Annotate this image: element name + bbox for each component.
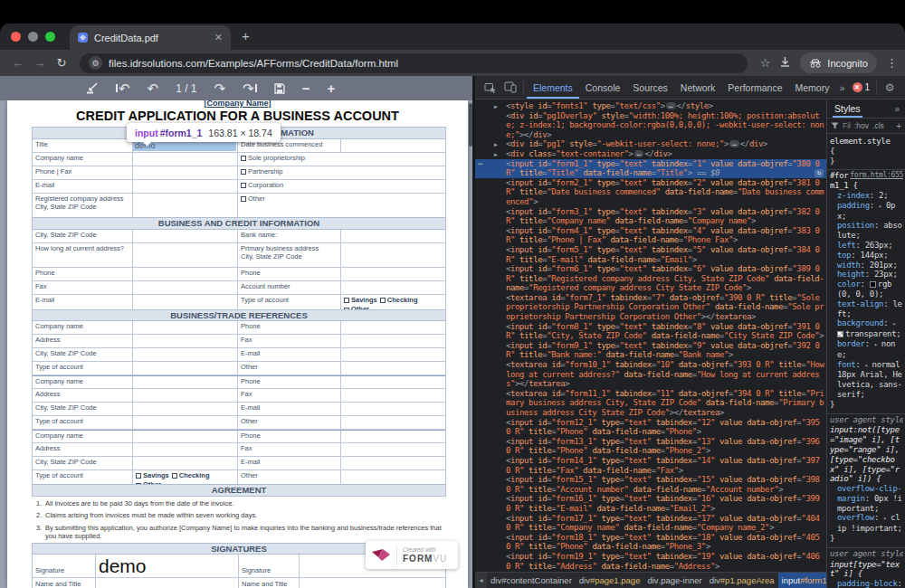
dom-tree-node[interactable]: <input id="form4_1" type="text" tabindex… bbox=[475, 226, 826, 245]
checkbox-icon[interactable] bbox=[241, 169, 246, 175]
collapsed-children-icon[interactable]: … bbox=[729, 140, 739, 147]
expand-arrow-icon[interactable]: ▸ bbox=[892, 320, 896, 327]
field-input[interactable] bbox=[133, 376, 238, 388]
zoom-in-icon[interactable]: + bbox=[327, 81, 335, 95]
css-property[interactable]: width: 201px; bbox=[830, 261, 903, 270]
field-input[interactable] bbox=[133, 166, 238, 179]
devtools-tab-performance[interactable]: Performance bbox=[721, 76, 788, 99]
site-settings-icon[interactable]: ⚙ bbox=[89, 56, 102, 70]
field-input[interactable] bbox=[133, 194, 238, 217]
field-input[interactable] bbox=[133, 362, 238, 375]
css-property[interactable]: padding-block: ▸ 1px; bbox=[830, 579, 903, 588]
tab-close-icon[interactable]: ✕ bbox=[214, 32, 223, 43]
field-input[interactable] bbox=[133, 281, 238, 294]
field-input[interactable] bbox=[341, 281, 445, 294]
field-input[interactable] bbox=[133, 431, 238, 442]
checkbox-option[interactable]: Checking bbox=[380, 297, 418, 305]
dom-tree-node[interactable]: ▶<div id="pg1" style="-webkit-user-selec… bbox=[475, 139, 826, 149]
dom-tree-node[interactable]: <input id="form19_1" type="text" tabinde… bbox=[475, 552, 826, 571]
devtools-menu-icon[interactable]: ⋮ bbox=[900, 76, 905, 99]
first-page-icon[interactable]: ↶ bbox=[116, 81, 130, 97]
dom-tree-node[interactable]: <input id="form20_1" type="text" tabinde… bbox=[475, 571, 826, 572]
field-input[interactable] bbox=[341, 389, 445, 402]
field-input[interactable] bbox=[341, 321, 445, 334]
forward-icon[interactable]: → bbox=[29, 56, 51, 70]
field-input[interactable] bbox=[341, 457, 445, 469]
next-page-icon[interactable]: ↷ bbox=[214, 81, 226, 95]
field-input[interactable] bbox=[133, 443, 238, 456]
address-bar[interactable]: ⚙ files.idrsolutions.com/Examples/AFForm… bbox=[80, 53, 748, 73]
device-toolbar-icon[interactable] bbox=[500, 76, 520, 99]
signature-input[interactable]: demo bbox=[96, 555, 239, 577]
css-property[interactable]: border: ▸ none; bbox=[830, 339, 903, 360]
breadcrumb-item[interactable]: div#page1.page bbox=[576, 573, 644, 588]
checkbox-option[interactable]: Checking bbox=[172, 472, 210, 480]
checkbox-icon[interactable] bbox=[380, 298, 386, 303]
field-input[interactable] bbox=[133, 230, 238, 242]
last-page-icon[interactable]: ↷ bbox=[243, 81, 257, 97]
field-input[interactable] bbox=[341, 431, 445, 442]
field-input[interactable] bbox=[341, 139, 445, 152]
css-property[interactable]: overflow-clip-margin: 0px !important; bbox=[830, 484, 903, 513]
checkbox-option[interactable]: Corporation bbox=[241, 182, 283, 190]
field-input[interactable]: SavingsCheckingOther bbox=[133, 470, 238, 484]
dom-tree-node[interactable]: <input id="form15_1" type="text" tabinde… bbox=[475, 475, 826, 494]
dom-tree-node[interactable]: <input id="form8_1" type="text" tabindex… bbox=[475, 322, 826, 341]
more-tabs-icon[interactable]: » bbox=[835, 82, 848, 93]
devtools-settings-icon[interactable]: ⚙ bbox=[880, 76, 900, 99]
zoom-out-icon[interactable]: − bbox=[302, 81, 310, 95]
field-input[interactable]: SavingsCheckingOther bbox=[341, 295, 445, 309]
checkbox-option[interactable]: Savings bbox=[344, 297, 377, 305]
checkbox-icon[interactable] bbox=[241, 183, 246, 188]
field-input[interactable] bbox=[133, 268, 238, 280]
css-selector[interactable]: input[type="text" i] { bbox=[830, 560, 903, 580]
styles-filter-input[interactable]: Filter bbox=[843, 121, 851, 130]
reload-icon[interactable]: ↻ bbox=[51, 56, 72, 70]
field-input[interactable] bbox=[133, 243, 238, 267]
download-icon[interactable] bbox=[779, 56, 791, 71]
checkbox-option[interactable]: Other bbox=[241, 195, 265, 204]
field-input[interactable] bbox=[133, 416, 238, 429]
dom-tree-node[interactable]: <div id="pg1Overlay" style="width:100%; … bbox=[475, 111, 826, 140]
dom-tree-node[interactable]: <input id="form16_1" type="text" tabinde… bbox=[475, 494, 826, 513]
field-input[interactable] bbox=[133, 295, 238, 309]
expand-arrow-icon[interactable]: ▸ bbox=[865, 362, 872, 369]
browser-menu-icon[interactable]: ⋮ bbox=[886, 56, 898, 70]
checkbox-icon[interactable] bbox=[172, 473, 177, 479]
dom-tree-node[interactable]: ▶<style id="fonts1" type="text/css">…</s… bbox=[475, 101, 826, 111]
bookmark-star-icon[interactable]: ☆ bbox=[760, 56, 771, 70]
checkbox-icon[interactable] bbox=[241, 156, 246, 161]
checkbox-icon[interactable] bbox=[241, 196, 246, 202]
css-property[interactable]: z-index: 2; bbox=[830, 191, 903, 201]
transparent-swatch[interactable] bbox=[837, 331, 843, 337]
zoom-window-button[interactable] bbox=[45, 32, 55, 42]
collapsed-children-icon[interactable]: … bbox=[634, 150, 644, 157]
field-input[interactable] bbox=[300, 578, 445, 588]
breadcrumb-item[interactable]: div.page-inner bbox=[643, 573, 705, 588]
signature-input[interactable] bbox=[96, 578, 239, 588]
dom-tree-node[interactable]: <input id="form17_1" type="text" tabinde… bbox=[475, 514, 826, 533]
classes-button[interactable]: .cls bbox=[872, 121, 884, 130]
new-tab-button[interactable]: + bbox=[242, 28, 250, 43]
expand-arrow-icon[interactable]: ▸ bbox=[879, 203, 886, 210]
breadcrumb-left-arrow[interactable]: ◂ bbox=[475, 573, 487, 588]
expand-arrow-icon[interactable]: ▸ bbox=[883, 515, 891, 522]
devtools-tab-network[interactable]: Network bbox=[674, 76, 722, 99]
field-input[interactable] bbox=[341, 335, 445, 347]
formvu-badge[interactable]: Created with FORMVU bbox=[366, 541, 458, 569]
previous-page-icon[interactable]: ↶ bbox=[148, 81, 159, 95]
devtools-tab-sources[interactable]: Sources bbox=[626, 76, 674, 99]
viewer-scrollbar-thumb[interactable] bbox=[469, 103, 472, 147]
css-property[interactable]: color: rgb(0, 0, 0); bbox=[830, 280, 903, 299]
browser-tab[interactable]: CreditData.pdf ✕ bbox=[70, 25, 231, 50]
css-property[interactable]: top: 144px; bbox=[830, 251, 903, 261]
css-property[interactable]: font: ▸ normal 18px Arial, Helvetica, sa… bbox=[830, 360, 903, 400]
dom-tree-node[interactable]: <input id="form5_1" type="text" tabindex… bbox=[475, 245, 826, 264]
expand-arrow-icon[interactable]: ▸ bbox=[874, 341, 881, 348]
minimize-window-button[interactable] bbox=[28, 32, 38, 42]
checkbox-icon[interactable] bbox=[136, 473, 141, 479]
dom-tree-node[interactable]: <input id="form18_1" type="text" tabinde… bbox=[475, 533, 826, 552]
field-input[interactable] bbox=[341, 376, 445, 388]
dom-tree-node[interactable]: <textarea id="form11_1" tabindex="11" da… bbox=[475, 389, 826, 418]
dom-tree-node[interactable]: <input id="form2_1" type="text" tabindex… bbox=[475, 178, 826, 207]
